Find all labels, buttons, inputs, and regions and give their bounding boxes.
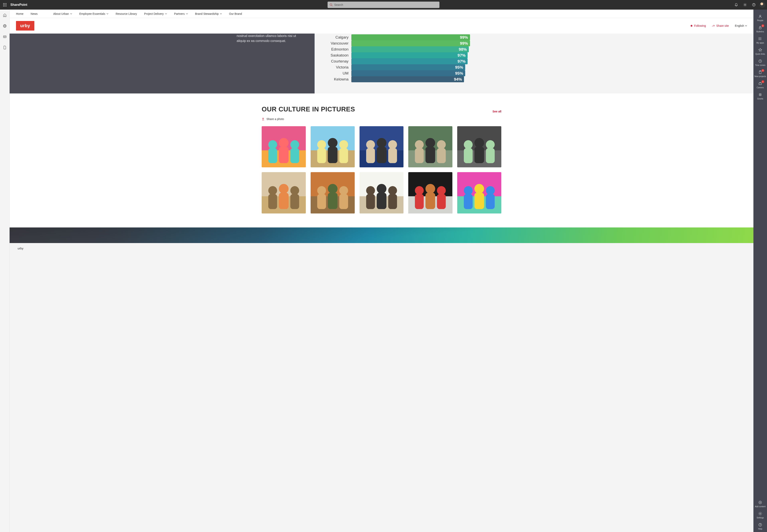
svg-rect-45 [268,148,277,163]
svg-point-83 [279,184,289,194]
nav-link-brand-stewardship[interactable]: Brand Stewardship [195,12,222,15]
svg-point-60 [388,140,397,149]
language-label: English [735,24,744,27]
nav-link-project-delivery[interactable]: Project Delivery [144,12,167,15]
svg-point-58 [366,140,375,149]
gallery-thumb[interactable] [262,172,306,213]
chart-bar: 97% [351,52,468,58]
svg-point-108 [437,186,446,195]
svg-rect-7 [5,6,5,6]
following-button[interactable]: Following [690,24,706,27]
gallery-thumb[interactable] [360,172,404,213]
svg-point-91 [328,184,338,194]
user-avatar[interactable] [759,2,765,8]
photo-gallery [262,126,501,213]
nav-link-label: Partners [174,12,185,15]
share-photo-button[interactable]: Share a photo [262,117,501,121]
svg-point-115 [474,184,484,194]
svg-rect-118 [474,193,484,209]
gallery-thumb[interactable] [457,126,501,167]
search-input[interactable] [334,3,437,6]
gallery-thumb[interactable] [408,172,452,213]
svg-rect-94 [328,193,338,209]
svg-point-42 [268,140,277,149]
svg-rect-95 [339,194,348,209]
gallery-thumb[interactable] [360,126,404,167]
badge: 1 [761,80,764,83]
site-name: urby [18,247,23,250]
gallery-thumb[interactable] [311,126,355,167]
svg-rect-3 [3,5,4,5]
suite-product-name[interactable]: SharePoint [10,3,27,7]
language-selector[interactable]: English [735,24,747,27]
tool-careers[interactable]: 1 Careers [753,79,767,91]
svg-rect-54 [328,147,338,163]
tool-label: Careers [757,86,764,89]
svg-rect-117 [464,194,473,209]
svg-rect-103 [388,194,397,209]
chevron-down-icon [745,25,747,27]
gallery-thumb[interactable] [311,172,355,213]
home-icon[interactable] [3,13,7,17]
globe-icon[interactable] [3,24,7,28]
help-icon[interactable] [750,0,758,10]
svg-point-67 [426,138,435,148]
svg-rect-31 [759,83,762,85]
svg-rect-79 [486,148,495,163]
svg-point-27 [759,40,759,40]
tool-timezones[interactable]: Time zones [753,57,767,68]
brand-logo[interactable]: urby [16,21,34,31]
svg-point-66 [415,140,424,149]
gallery-thumb[interactable] [408,126,452,167]
app-launcher-icon[interactable] [0,0,10,10]
gallery-thumb[interactable] [457,172,501,213]
svg-point-33 [760,94,761,95]
chart-category-label: Saskatoon [323,53,351,58]
chevron-down-icon [106,13,108,15]
hero-section: nostrud exercitation ullamco laboris nis… [10,34,753,93]
svg-point-51 [328,138,338,148]
culture-section: OUR CULTURE IN PICTURES See all Share a … [10,93,753,227]
news-icon[interactable] [3,35,7,39]
chevron-down-icon [70,13,72,15]
nav-link-news[interactable]: News [31,12,38,15]
nav-link-employee-essentials[interactable]: Employee Essentials [79,12,108,15]
tool-newprojects[interactable]: 3 New projects [753,68,767,79]
tool-quicklinks[interactable]: Quick links [753,46,767,57]
svg-rect-46 [279,147,289,163]
svg-rect-87 [290,194,299,209]
svg-rect-53 [317,148,326,163]
svg-rect-111 [437,194,446,209]
svg-rect-86 [279,193,289,209]
search-box[interactable] [328,2,439,8]
svg-point-116 [486,186,495,195]
nav-link-partners[interactable]: Partners [174,12,188,15]
svg-point-75 [474,138,484,148]
svg-rect-102 [377,193,386,209]
share-label: Share site [716,24,729,27]
nav-link-home[interactable]: Home [16,12,23,15]
badge: 2 [761,24,764,27]
nav-link-our-brand[interactable]: Our Brand [229,12,242,15]
tool-myapps[interactable]: My apps [753,35,767,46]
tool-people[interactable]: People [753,12,767,24]
svg-rect-55 [339,148,348,163]
svg-rect-2 [6,3,6,4]
svg-point-106 [415,186,424,195]
svg-rect-32 [759,94,761,96]
svg-point-100 [388,186,397,195]
svg-point-20 [760,15,761,16]
gallery-thumb[interactable] [262,126,306,167]
files-icon[interactable] [3,46,7,50]
share-site-button[interactable]: Share site [712,24,729,27]
star-icon [690,24,693,27]
settings-icon[interactable] [741,0,749,10]
search-icon [330,3,333,6]
nav-link-about-urban[interactable]: About Urban [53,12,72,15]
tool-bulletins[interactable]: 2 Bulletins [753,24,767,35]
nav-link-resource-library[interactable]: Resource Library [116,12,137,15]
notifications-icon[interactable] [732,0,740,10]
see-all-link[interactable]: See all [493,110,501,113]
tool-grants[interactable]: Grants [753,91,767,102]
chart-bar: 97% [351,58,468,64]
